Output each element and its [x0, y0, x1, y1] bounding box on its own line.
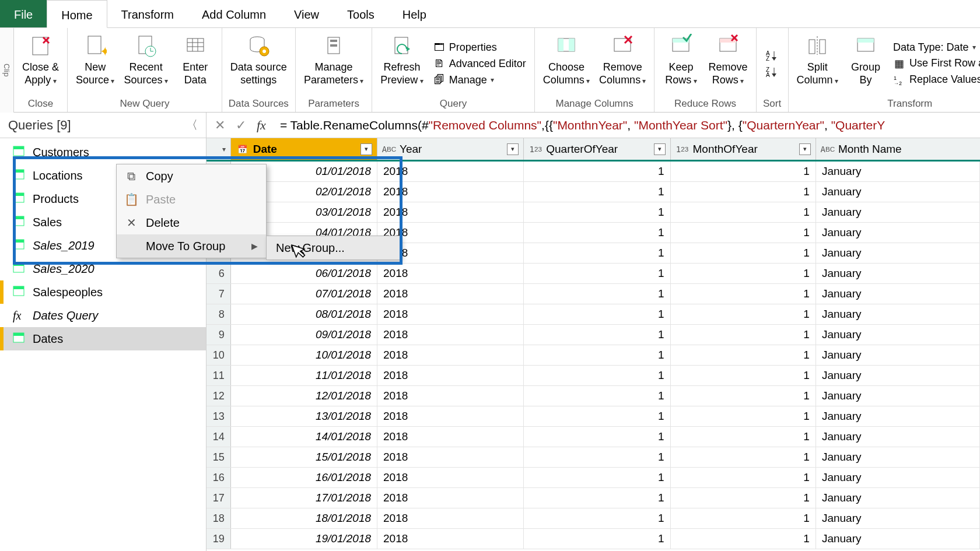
cell-date[interactable]: 09/01/2018 [231, 325, 377, 345]
cell-quarter[interactable]: 1 [524, 325, 670, 345]
table-row[interactable]: 1818/01/2018201811January [206, 508, 980, 529]
ctx-copy[interactable]: ⧉Copy [117, 164, 266, 188]
data-source-settings-button[interactable]: Data source settings [226, 30, 292, 97]
first-row-headers-button[interactable]: ▦Use First Row as Heade [893, 57, 980, 70]
row-number[interactable]: 17 [206, 488, 231, 508]
cell-year[interactable]: 2018 [377, 406, 524, 426]
cell-date[interactable]: 08/01/2018 [231, 304, 377, 324]
cell-date[interactable]: 07/01/2018 [231, 284, 377, 304]
col-year[interactable]: ABCYear ▾ [377, 138, 524, 160]
cell-date[interactable]: 12/01/2018 [231, 386, 377, 406]
cell-monthname[interactable]: January [816, 182, 980, 202]
cell-quarter[interactable]: 1 [524, 488, 670, 508]
cell-month[interactable]: 1 [671, 243, 816, 263]
row-number[interactable]: 18 [206, 508, 231, 528]
cell-year[interactable]: 2018 [377, 264, 524, 283]
table-row[interactable]: 202/01/2018201811January [206, 182, 980, 202]
table-row[interactable]: 1414/01/2018201811January [206, 427, 980, 447]
table-row[interactable]: 1010/01/2018201811January [206, 345, 980, 366]
cell-year[interactable]: 2018 [377, 345, 524, 365]
cell-month[interactable]: 1 [671, 345, 816, 365]
cell-monthname[interactable]: January [816, 427, 980, 447]
cell-month[interactable]: 1 [671, 223, 816, 243]
cell-month[interactable]: 1 [671, 488, 816, 508]
cell-quarter[interactable]: 1 [524, 427, 670, 447]
query-item-salespeoples[interactable]: Salespeoples [0, 280, 206, 304]
cell-month[interactable]: 1 [671, 529, 816, 549]
cell-monthname[interactable]: January [816, 488, 980, 508]
cell-monthname[interactable]: January [816, 243, 980, 263]
cell-quarter[interactable]: 1 [524, 223, 670, 243]
enter-data-button[interactable]: Enter Data [173, 30, 218, 97]
cell-monthname[interactable]: January [816, 508, 980, 528]
col-monthname[interactable]: ABCMonth Name [816, 138, 980, 160]
cell-month[interactable]: 1 [671, 304, 816, 324]
cell-monthname[interactable]: January [816, 529, 980, 549]
query-item-customers[interactable]: Customers [0, 141, 206, 164]
table-row[interactable]: 1111/01/2018201811January [206, 366, 980, 386]
cell-month[interactable]: 1 [671, 406, 816, 426]
row-number[interactable]: 12 [206, 386, 231, 406]
queries-collapse-icon[interactable]: 〈 [186, 117, 198, 133]
manage-parameters-button[interactable]: Manage Parameters [299, 30, 368, 97]
query-item-dates[interactable]: Dates [0, 327, 206, 350]
cell-year[interactable]: 2018 [377, 488, 524, 508]
ctx-new-group[interactable]: New Group... [267, 236, 400, 259]
formula-cancel-button[interactable]: ✕ [215, 118, 225, 133]
row-number[interactable]: 14 [206, 427, 231, 447]
cell-monthname[interactable]: January [816, 284, 980, 304]
tab-tools[interactable]: Tools [333, 0, 388, 27]
row-number[interactable]: 6 [206, 264, 231, 283]
tab-home[interactable]: Home [47, 0, 107, 28]
cell-month[interactable]: 1 [671, 386, 816, 406]
data-type-button[interactable]: Data Type: Date [893, 41, 980, 54]
cell-monthname[interactable]: January [816, 223, 980, 243]
col-date-filter[interactable]: ▾ [360, 143, 372, 155]
formula-input[interactable]: = Table.RenameColumns(#"Removed Columns"… [274, 118, 885, 132]
table-row[interactable]: 808/01/2018201811January [206, 304, 980, 325]
cell-monthname[interactable]: January [816, 447, 980, 467]
cell-month[interactable]: 1 [671, 182, 816, 202]
cell-date[interactable]: 10/01/2018 [231, 345, 377, 365]
row-number[interactable]: 7 [206, 284, 231, 304]
split-column-button[interactable]: Split Column [792, 30, 843, 97]
col-month-filter[interactable]: ▾ [799, 143, 811, 155]
col-year-filter[interactable]: ▾ [507, 143, 519, 155]
cell-quarter[interactable]: 1 [524, 529, 670, 549]
ctx-paste[interactable]: 📋Paste [117, 188, 266, 211]
table-row[interactable]: 1616/01/2018201811January [206, 468, 980, 488]
cell-date[interactable]: 19/01/2018 [231, 529, 377, 549]
row-number[interactable]: 11 [206, 366, 231, 385]
col-month[interactable]: 123MonthOfYear ▾ [671, 138, 816, 160]
cell-year[interactable]: 2018 [377, 304, 524, 324]
cell-date[interactable]: 16/01/2018 [231, 468, 377, 487]
cell-month[interactable]: 1 [671, 325, 816, 345]
row-number[interactable]: 15 [206, 447, 231, 467]
cell-year[interactable]: 2018 [377, 427, 524, 447]
close-apply-button[interactable]: Close & Apply [18, 30, 64, 97]
table-row[interactable]: 1717/01/2018201811January [206, 488, 980, 508]
table-row[interactable]: 909/01/2018201811January [206, 325, 980, 345]
cell-month[interactable]: 1 [671, 366, 816, 385]
manage-query-button[interactable]: 🗐Manage [433, 73, 526, 86]
cell-monthname[interactable]: January [816, 366, 980, 385]
row-number[interactable]: 13 [206, 406, 231, 426]
col-date[interactable]: 📅Date ▾ [231, 138, 377, 160]
cell-month[interactable]: 1 [671, 202, 816, 222]
cell-year[interactable]: 2018 [377, 508, 524, 528]
recent-sources-button[interactable]: Recent Sources [119, 30, 172, 97]
query-item-sales_2020[interactable]: Sales_2020 [0, 257, 206, 280]
cell-year[interactable]: 2018 [377, 284, 524, 304]
formula-fx-button[interactable]: fx [257, 118, 266, 133]
remove-columns-button[interactable]: Remove Columns [594, 30, 650, 97]
row-num-header[interactable]: ▾ [206, 138, 231, 160]
cell-year[interactable]: 2018 [377, 182, 524, 202]
cell-month[interactable]: 1 [671, 284, 816, 304]
cell-monthname[interactable]: January [816, 264, 980, 283]
query-item-dates-query[interactable]: fxDates Query [0, 304, 206, 327]
cell-monthname[interactable]: January [816, 406, 980, 426]
cell-year[interactable]: 2018 [377, 325, 524, 345]
refresh-preview-button[interactable]: Refresh Preview [376, 30, 428, 97]
cell-monthname[interactable]: January [816, 162, 980, 181]
cell-quarter[interactable]: 1 [524, 202, 670, 222]
